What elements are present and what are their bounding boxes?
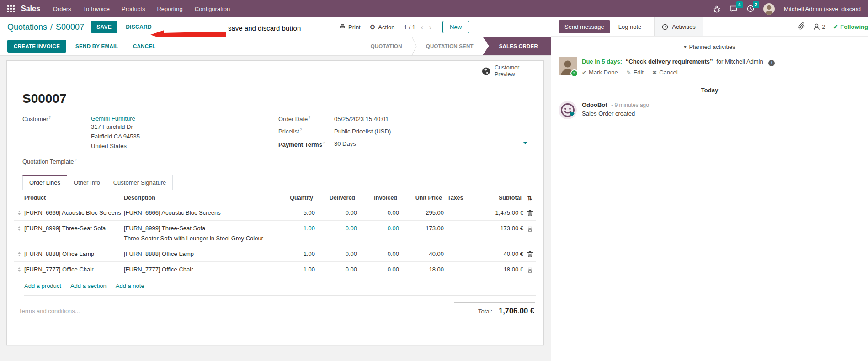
cell-invoiced[interactable]: 0.00	[357, 209, 399, 216]
cell-product[interactable]: [FURN_6666] Acoustic Bloc Screens	[24, 209, 124, 216]
cell-delivered[interactable]: 0.00	[315, 250, 357, 257]
delete-row-icon[interactable]	[523, 266, 536, 273]
header-subtotal: Subtotal	[471, 195, 522, 201]
nav-item-reporting[interactable]: Reporting	[157, 5, 182, 12]
terms-placeholder[interactable]: Terms and conditions...	[19, 308, 80, 315]
customer-link[interactable]: Gemini Furniture	[91, 115, 135, 122]
cell-product[interactable]: [FURN_7777] Office Chair	[24, 266, 124, 273]
drag-handle-icon[interactable]	[14, 266, 24, 272]
send-by-email-button[interactable]: SEND BY EMAIL	[70, 40, 124, 53]
log-note-button[interactable]: Log note	[613, 20, 647, 33]
customer-preview-button[interactable]: Customer Preview	[477, 61, 543, 81]
payment-terms-input[interactable]: 30 Days	[334, 140, 528, 149]
cell-invoiced[interactable]: 0.00	[357, 250, 399, 257]
messages-menu[interactable]: 4	[730, 5, 738, 12]
stage-quotation[interactable]: QUOTATION	[362, 37, 411, 55]
following-button[interactable]: ✔ Following	[833, 23, 868, 30]
order-date-value[interactable]: 05/25/2023 15:40:01	[334, 116, 389, 122]
stage-quotation-sent[interactable]: QUOTATION SENT	[417, 37, 483, 55]
message-body: Sales Order created	[582, 110, 649, 117]
edit-activity-button[interactable]: ✎Edit	[627, 69, 644, 76]
cell-unit-price[interactable]: 18.00	[399, 266, 444, 273]
cell-unit-price[interactable]: 295.00	[399, 209, 444, 216]
action-button[interactable]: ⚙ Action	[370, 23, 395, 31]
cell-delivered[interactable]: 0.00	[315, 209, 357, 216]
nav-item-to-invoice[interactable]: To Invoice	[83, 5, 110, 12]
drag-handle-icon[interactable]	[14, 209, 24, 215]
cell-quantity[interactable]: 1.00	[279, 225, 315, 232]
pricelist-value[interactable]: Public Pricelist (USD)	[334, 128, 391, 135]
info-icon[interactable]: i	[768, 60, 775, 66]
customer-address: 317 Fairchild Dr Fairfield CA 94535 Unit…	[91, 122, 140, 151]
table-row[interactable]: [FURN_7777] Office Chair [FURN_7777] Off…	[14, 262, 536, 277]
cell-product[interactable]: [FURN_8999] Three-Seat Sofa	[24, 225, 124, 232]
cell-invoiced[interactable]: 0.00	[357, 225, 399, 232]
print-button[interactable]: Print	[339, 24, 361, 31]
cell-description[interactable]: [FURN_7777] Office Chair	[124, 266, 279, 273]
cell-delivered[interactable]: 0.00	[315, 225, 357, 232]
cell-product[interactable]: [FURN_8888] Office Lamp	[24, 250, 124, 257]
cell-quantity[interactable]: 1.00	[279, 266, 315, 273]
drag-handle-icon[interactable]	[14, 250, 24, 256]
cell-quantity[interactable]: 5.00	[279, 209, 315, 216]
new-button[interactable]: New	[442, 21, 469, 33]
user-menu[interactable]: Mitchell Admin (save_discard	[784, 5, 861, 12]
create-invoice-button[interactable]: CREATE INVOICE	[7, 40, 66, 53]
activities-button[interactable]: Activities	[654, 17, 703, 36]
header-product: Product	[24, 195, 124, 201]
pager-previous-icon[interactable]: ‹	[421, 23, 424, 31]
add-product-link[interactable]: Add a product	[24, 282, 61, 289]
nav-item-products[interactable]: Products	[122, 5, 145, 12]
add-section-link[interactable]: Add a section	[70, 282, 107, 289]
cancel-activity-button[interactable]: ✖Cancel	[652, 69, 678, 76]
nav-item-configuration[interactable]: Configuration	[195, 5, 230, 12]
save-button[interactable]: SAVE	[91, 21, 117, 33]
activities-menu[interactable]: 2	[747, 5, 754, 12]
stage-sales-order[interactable]: SALES ORDER	[483, 37, 551, 55]
mark-done-button[interactable]: ✔Mark Done	[582, 69, 618, 76]
pager: 1 / 1 ‹ ›	[404, 23, 431, 31]
delete-row-icon[interactable]	[523, 225, 536, 232]
order-lines-table: Product Description Quantity Delivered I…	[14, 190, 536, 296]
cell-unit-price[interactable]: 173.00	[399, 225, 444, 232]
attach-files-button[interactable]	[798, 22, 805, 32]
breadcrumb-quotations[interactable]: Quotations	[7, 22, 47, 32]
optional-columns-icon[interactable]: ⇅	[523, 194, 536, 202]
cell-quantity[interactable]: 1.00	[279, 250, 315, 257]
app-name[interactable]: Sales	[21, 5, 40, 13]
table-row[interactable]: [FURN_8888] Office Lamp [FURN_8888] Offi…	[14, 246, 536, 262]
cancel-button[interactable]: CANCEL	[128, 40, 161, 53]
cell-description[interactable]: [FURN_6666] Acoustic Bloc Screens	[124, 209, 279, 216]
cell-unit-price[interactable]: 40.00	[399, 250, 444, 257]
bug-icon	[713, 5, 720, 13]
nav-item-orders[interactable]: Orders	[53, 5, 71, 12]
planned-activities-divider[interactable]: ▾ Planned activities	[557, 43, 863, 50]
cell-description[interactable]: [FURN_8888] Office Lamp	[124, 250, 279, 257]
followers-button[interactable]: 2	[813, 23, 825, 30]
tab-other-info[interactable]: Other Info	[67, 175, 107, 190]
cell-delivered[interactable]: 0.00	[315, 266, 357, 273]
table-row[interactable]: [FURN_6666] Acoustic Bloc Screens [FURN_…	[14, 205, 536, 221]
drag-handle-icon[interactable]	[14, 225, 24, 231]
cell-invoiced[interactable]: 0.00	[357, 266, 399, 273]
messages-badge: 4	[736, 1, 743, 8]
discard-button[interactable]: DISCARD	[126, 24, 152, 30]
delete-row-icon[interactable]	[523, 209, 536, 216]
tab-customer-signature[interactable]: Customer Signature	[107, 175, 173, 190]
total-label: Total:	[478, 308, 492, 315]
tab-order-lines[interactable]: Order Lines	[22, 175, 67, 190]
pager-next-icon[interactable]: ›	[429, 23, 431, 31]
odoobot-avatar	[559, 101, 577, 119]
payment-terms-label: Payment Terms?	[278, 141, 334, 148]
user-avatar[interactable]	[763, 3, 775, 15]
dropdown-caret-icon[interactable]	[523, 142, 527, 144]
table-row[interactable]: [FURN_8999] Three-Seat Sofa [FURN_8999] …	[14, 221, 536, 246]
apps-grid-icon[interactable]	[7, 5, 15, 12]
cell-description[interactable]: [FURN_8999] Three-Seat SofaThree Seater …	[124, 225, 279, 242]
delete-row-icon[interactable]	[523, 250, 536, 257]
message-author[interactable]: OdooBot	[582, 101, 607, 108]
debug-bug-icon[interactable]	[713, 5, 720, 13]
send-message-button[interactable]: Send message	[559, 20, 610, 33]
pager-value: 1 / 1	[404, 24, 415, 31]
add-note-link[interactable]: Add a note	[116, 282, 144, 289]
